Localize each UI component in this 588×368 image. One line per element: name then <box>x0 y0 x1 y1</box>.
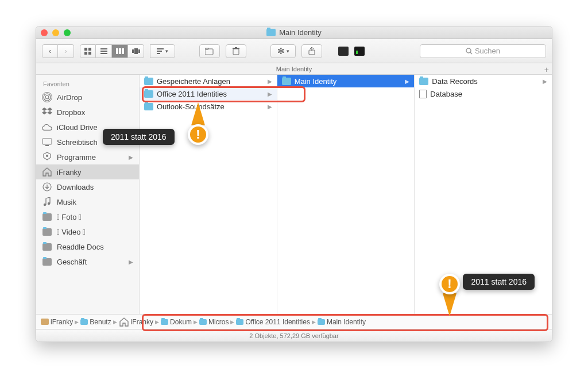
svg-point-32 <box>48 202 50 205</box>
terminal-shortcut[interactable] <box>338 47 349 56</box>
path-segment-2[interactable]: iFranky <box>119 317 153 327</box>
sidebar-item-8[interactable]:  Foto  <box>36 209 139 224</box>
forward-button[interactable]: › <box>58 44 74 58</box>
sidebar-item-1[interactable]: Dropbox <box>36 105 139 120</box>
sidebar-item-4[interactable]: Programme▶ <box>36 150 139 164</box>
path-segment-6[interactable]: Main Identity <box>318 318 366 326</box>
col1-row-1[interactable]: Office 2011 Identities▶ <box>140 87 277 100</box>
col1-row-2[interactable]: Outlook-Soundsätze▶ <box>140 100 277 113</box>
svg-rect-19 <box>233 48 239 49</box>
icon-view-button[interactable] <box>80 44 96 58</box>
downloads-icon <box>42 182 52 192</box>
action-button[interactable]: ✻▾ <box>270 44 296 58</box>
column-view-button[interactable] <box>112 44 128 58</box>
arrange-button[interactable]: ▾ <box>150 44 175 58</box>
minimize-button[interactable] <box>52 29 59 36</box>
folder-icon <box>144 103 153 110</box>
svg-point-29 <box>46 155 48 157</box>
folder-icon <box>144 78 153 85</box>
sidebar: Favoriten AirDropDropboxiCloud DriveSchr… <box>36 75 140 314</box>
activity-monitor-shortcut[interactable] <box>354 47 365 56</box>
sidebar-item-5[interactable]: iFranky <box>36 164 139 179</box>
annotation-label-1: 2011 statt 2016 <box>103 129 175 145</box>
path-segment-5[interactable]: Office 2011 Identities <box>236 318 310 326</box>
annotation-label-2: 2011 statt 2016 <box>463 274 535 290</box>
folder-icon <box>42 227 52 237</box>
svg-point-31 <box>44 204 46 206</box>
path-segment-1[interactable]: Benutz <box>80 318 111 326</box>
svg-rect-8 <box>119 48 121 54</box>
svg-rect-11 <box>134 48 138 54</box>
column-1[interactable]: Gespeicherte Anlagen▶Office 2011 Identit… <box>140 75 277 314</box>
status-bar: 2 Objekte, 572,29 GB verfügbar <box>36 329 552 342</box>
search-placeholder: Suchen <box>475 47 500 55</box>
close-button[interactable] <box>41 29 48 36</box>
path-segment-3[interactable]: Dokum <box>161 318 192 326</box>
svg-rect-10 <box>132 49 134 53</box>
window-title: Main Identity <box>36 28 552 37</box>
home-icon <box>42 167 52 177</box>
annotation-pointer-2 <box>443 293 457 316</box>
col1-row-0[interactable]: Gespeicherte Anlagen▶ <box>140 75 277 87</box>
coverflow-view-button[interactable] <box>128 44 144 58</box>
list-view-button[interactable] <box>96 44 112 58</box>
titlebar: Main Identity <box>36 26 552 39</box>
new-tab-button[interactable]: + <box>544 64 549 75</box>
svg-point-24 <box>45 95 49 99</box>
svg-rect-18 <box>233 49 239 55</box>
col3-row-0[interactable]: Data Records▶ <box>415 75 552 87</box>
search-icon <box>466 48 473 55</box>
svg-rect-3 <box>88 52 91 55</box>
sidebar-item-9[interactable]:  Video  <box>36 224 139 239</box>
svg-rect-27 <box>42 139 52 144</box>
chevron-right-icon: ▶ <box>129 259 133 265</box>
document-icon <box>419 90 427 98</box>
svg-rect-4 <box>100 48 107 49</box>
col3-row-1[interactable]: Database <box>415 87 552 100</box>
share-button[interactable] <box>301 44 322 58</box>
path-segment-4[interactable]: Micros <box>199 318 229 326</box>
chevron-right-icon: ▶ <box>312 319 316 325</box>
trash-button[interactable] <box>226 44 246 58</box>
svg-point-22 <box>466 48 471 53</box>
tab-label[interactable]: Main Identity <box>276 66 312 72</box>
folder-icon <box>282 78 291 85</box>
folder-icon <box>42 256 52 267</box>
path-bar[interactable]: iFranky▶Benutz▶iFranky▶Dokum▶Micros▶Offi… <box>36 314 552 329</box>
new-folder-button[interactable] <box>199 44 220 58</box>
view-buttons <box>80 44 144 58</box>
zoom-button[interactable] <box>64 29 71 36</box>
sidebar-item-11[interactable]: Geschäft▶ <box>36 254 139 269</box>
annotation-marker-1: ! <box>188 124 208 145</box>
window-title-text: Main Identity <box>279 28 322 37</box>
col2-row-0[interactable]: Main Identity▶ <box>277 75 415 87</box>
svg-rect-20 <box>235 47 237 48</box>
finder-window: Main Identity ‹ › ▾ ✻▾ Suchen <box>36 26 552 342</box>
search-field[interactable]: Suchen <box>420 44 546 58</box>
svg-rect-28 <box>45 145 49 146</box>
sidebar-item-10[interactable]: Readdle Docs <box>36 239 139 254</box>
folder-icon <box>266 29 276 36</box>
arrange-button-group: ▾ <box>150 44 175 58</box>
toolbar: ‹ › ▾ ✻▾ Suchen <box>36 39 552 63</box>
chevron-right-icon: ▶ <box>129 154 133 160</box>
folder-icon <box>144 90 153 98</box>
annotation-pointer-1 <box>191 102 205 125</box>
sidebar-item-6[interactable]: Downloads <box>36 179 139 194</box>
column-2[interactable]: Main Identity▶ <box>277 75 415 314</box>
sidebar-header: Favoriten <box>36 78 139 90</box>
desktop-icon <box>42 137 52 147</box>
chevron-right-icon: ▶ <box>405 78 409 85</box>
svg-rect-9 <box>122 48 124 54</box>
annotation-marker-2: ! <box>439 274 460 294</box>
sidebar-item-0[interactable]: AirDrop <box>36 90 139 105</box>
folder-icon <box>42 241 52 252</box>
sidebar-item-7[interactable]: Musik <box>36 194 139 209</box>
window-controls <box>41 29 71 36</box>
path-segment-0[interactable]: iFranky <box>41 318 73 326</box>
chevron-right-icon: ▶ <box>543 78 547 85</box>
back-button[interactable]: ‹ <box>42 44 58 58</box>
apps-icon <box>42 152 52 162</box>
svg-rect-13 <box>157 48 164 49</box>
airdrop-icon <box>42 92 52 102</box>
